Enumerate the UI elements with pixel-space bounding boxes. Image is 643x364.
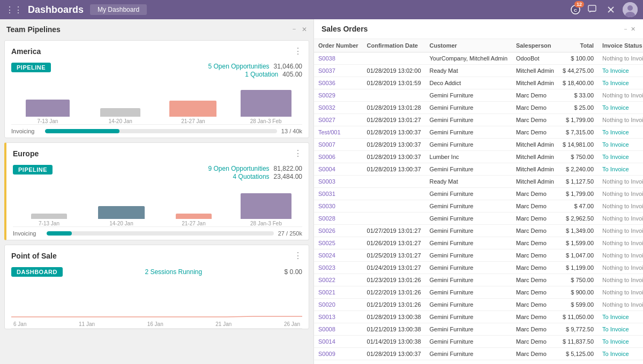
- europe-invoicing-label: Invoicing: [13, 230, 42, 237]
- table-row[interactable]: S0013 01/28/2019 13:00:38 Gemini Furnitu…: [314, 311, 643, 323]
- cell-salesperson: Mitchell Admin: [512, 163, 558, 176]
- cell-total: $ 1,127.50: [558, 176, 598, 188]
- pos-sessions-link[interactable]: 2 Sessions Running: [145, 268, 202, 276]
- close-icon[interactable]: [604, 3, 617, 16]
- pos-dashboard-btn[interactable]: DASHBOARD: [11, 267, 63, 277]
- cell-date: 01/28/2019 13:01:28: [363, 102, 425, 114]
- cell-date: 01/26/2019 13:01:27: [363, 237, 425, 249]
- team-pipelines-close[interactable]: ✕: [302, 26, 307, 33]
- cell-order: S0014: [314, 336, 363, 348]
- table-row[interactable]: S0004 01/28/2019 13:00:37 Gemini Furnitu…: [314, 163, 643, 176]
- cell-total: $ 47.00: [558, 200, 598, 213]
- cell-order: S0026: [314, 225, 363, 237]
- cell-order: S0015: [314, 360, 363, 365]
- pos-sessions-row: DASHBOARD 2 Sessions Running $ 0.00: [5, 264, 309, 280]
- avatar[interactable]: [623, 2, 638, 17]
- cell-total: $ 750.00: [558, 151, 598, 163]
- col-date[interactable]: Confirmation Date: [363, 39, 425, 52]
- cell-date: 01/28/2019 13:01:27: [363, 114, 425, 126]
- europe-bar-group-3: 21-27 Jan: [158, 184, 230, 226]
- col-status[interactable]: Invoice Status: [598, 39, 643, 52]
- table-row[interactable]: S0015 01/28/2019 13:00:30 Gemini Furnitu…: [314, 360, 643, 365]
- cell-status: Nothing to Invoice: [598, 213, 643, 225]
- europe-label-3: 21-27 Jan: [182, 221, 205, 226]
- america-opp-value: 31,046.00: [274, 63, 302, 70]
- col-salesperson[interactable]: Salesperson: [512, 39, 558, 52]
- europe-menu-icon[interactable]: ⋮: [294, 148, 302, 158]
- america-pipeline-btn[interactable]: PIPELINE: [11, 63, 51, 72]
- table-row[interactable]: S0022 01/23/2019 13:01:26 Gemini Furnitu…: [314, 274, 643, 286]
- cell-order: S0028: [314, 213, 363, 225]
- table-row[interactable]: S0007 01/28/2019 13:00:37 Gemini Furnitu…: [314, 139, 643, 151]
- america-menu-icon[interactable]: ⋮: [294, 46, 302, 56]
- europe-opp-link[interactable]: 9 Open Opportunities: [208, 165, 270, 172]
- cell-order: S0007: [314, 139, 363, 151]
- table-row[interactable]: S0003 Ready Mat Mitchell Admin $ 1,127.5…: [314, 176, 643, 188]
- col-total[interactable]: Total: [558, 39, 598, 52]
- cell-total: $ 33.00: [558, 89, 598, 102]
- europe-pipeline-btn[interactable]: PIPELINE: [13, 165, 53, 175]
- table-row[interactable]: S0025 01/26/2019 13:01:27 Gemini Furnitu…: [314, 237, 643, 249]
- table-row[interactable]: S0023 01/24/2019 13:01:27 Gemini Furnitu…: [314, 262, 643, 274]
- cell-customer: Gemini Furniture: [425, 139, 512, 151]
- cell-date: [363, 213, 425, 225]
- col-customer[interactable]: Customer: [425, 39, 512, 52]
- table-row[interactable]: S0009 01/28/2019 13:00:37 Gemini Furnitu…: [314, 348, 643, 360]
- so-close[interactable]: － ✕: [623, 25, 635, 33]
- table-row[interactable]: Test/001 01/28/2019 13:00:37 Gemini Furn…: [314, 126, 643, 139]
- cell-customer: Gemini Furniture: [425, 163, 512, 176]
- america-label-2: 14-20 Jan: [108, 118, 132, 124]
- pos-label-4: 21 Jan: [215, 321, 231, 327]
- cell-customer: Gemini Furniture: [425, 126, 512, 139]
- table-row[interactable]: S0024 01/25/2019 13:01:27 Gemini Furnitu…: [314, 249, 643, 262]
- europe-quot-link[interactable]: 4 Quotations: [233, 173, 270, 180]
- main-layout: Team Pipelines － ✕ America ⋮ PIPELINE: [0, 19, 643, 364]
- cell-order: S0024: [314, 249, 363, 262]
- table-row[interactable]: S0036 01/28/2019 13:01:59 Deco Addict Mi…: [314, 77, 643, 89]
- cell-customer: Gemini Furniture: [425, 114, 512, 126]
- team-pipelines-title: Team Pipelines: [6, 25, 61, 34]
- table-row[interactable]: S0006 01/28/2019 13:00:37 Lumber Inc Mit…: [314, 151, 643, 163]
- dashboard-tab[interactable]: My Dashboard: [90, 4, 147, 15]
- table-row[interactable]: S0014 01/14/2019 13:00:38 Gemini Furnitu…: [314, 336, 643, 348]
- cell-status: To Invoice: [598, 151, 643, 163]
- table-row[interactable]: S0029 Gemini Furniture Marc Demo $ 33.00…: [314, 89, 643, 102]
- cell-customer: Ready Mat: [425, 65, 512, 77]
- table-row[interactable]: S0027 01/28/2019 13:01:27 Gemini Furnitu…: [314, 114, 643, 126]
- america-quot-link[interactable]: 1 Quotation: [245, 71, 278, 78]
- table-row[interactable]: S0020 01/21/2019 13:01:26 Gemini Furnitu…: [314, 299, 643, 311]
- table-row[interactable]: S0028 Gemini Furniture Marc Demo $ 2,962…: [314, 213, 643, 225]
- notification-icon-wrap[interactable]: C 12: [570, 4, 581, 15]
- table-row[interactable]: S0031 Gemini Furniture Marc Demo $ 1,799…: [314, 188, 643, 200]
- chat-icon[interactable]: [586, 3, 599, 16]
- cell-salesperson: Marc Demo: [512, 126, 558, 139]
- america-opp-link[interactable]: 5 Open Opportunities: [208, 63, 270, 70]
- table-row[interactable]: S0021 01/22/2019 13:01:26 Gemini Furnitu…: [314, 286, 643, 299]
- europe-opp-value: 81,822.00: [274, 165, 302, 172]
- cell-total: $ 1,047.00: [558, 249, 598, 262]
- table-row[interactable]: S0037 01/28/2019 13:02:00 Ready Mat Mitc…: [314, 65, 643, 77]
- cell-customer: Gemini Furniture: [425, 336, 512, 348]
- table-row[interactable]: S0038 YourCompany, Mitchell Admin OdooBo…: [314, 52, 643, 65]
- grid-icon[interactable]: ⋮⋮: [5, 5, 23, 15]
- cell-date: 01/28/2019 13:00:37: [363, 151, 425, 163]
- cell-status: To Invoice: [598, 102, 643, 114]
- team-pipelines-minimize[interactable]: －: [291, 25, 297, 34]
- cell-salesperson: Marc Demo: [512, 336, 558, 348]
- america-progress-fill: [45, 129, 119, 133]
- cell-status: Nothing to Invoice: [598, 237, 643, 249]
- cell-order: S0004: [314, 163, 363, 176]
- cell-total: $ 2,962.50: [558, 213, 598, 225]
- col-order[interactable]: Order Number: [314, 39, 363, 52]
- table-row[interactable]: S0026 01/27/2019 13:01:27 Gemini Furnitu…: [314, 225, 643, 237]
- cell-salesperson: Marc Demo: [512, 311, 558, 323]
- cell-date: 01/28/2019 13:00:38: [363, 311, 425, 323]
- america-invoicing-label: Invoicing: [11, 128, 41, 134]
- pos-menu-icon[interactable]: ⋮: [294, 251, 302, 261]
- cell-total: $ 1,799.00: [558, 188, 598, 200]
- table-row[interactable]: S0008 01/21/2019 13:00:38 Gemini Furnitu…: [314, 323, 643, 336]
- table-row[interactable]: S0032 01/28/2019 13:01:28 Gemini Furnitu…: [314, 102, 643, 114]
- notification-badge: 12: [574, 1, 584, 7]
- table-row[interactable]: S0030 Gemini Furniture Marc Demo $ 47.00…: [314, 200, 643, 213]
- cell-order: S0036: [314, 77, 363, 89]
